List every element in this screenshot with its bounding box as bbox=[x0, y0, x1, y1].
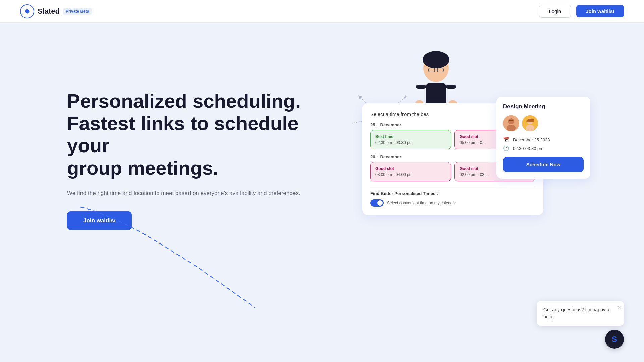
svg-point-2 bbox=[423, 51, 449, 68]
hero-section: Personalized scheduling. Fastest links t… bbox=[0, 23, 644, 324]
beta-badge: Private Beta bbox=[63, 8, 92, 15]
chat-brand-icon: S bbox=[612, 335, 617, 344]
chat-close-button[interactable]: × bbox=[618, 304, 621, 312]
schedule-now-button[interactable]: Schedule Now bbox=[503, 157, 584, 172]
svg-rect-7 bbox=[416, 85, 426, 89]
select-time-label: Select a time from the bes bbox=[370, 111, 429, 117]
find-better-section: Find Better Personalised Times : Select … bbox=[370, 186, 535, 207]
calendar-icon: 📅 bbox=[503, 137, 509, 143]
svg-marker-18 bbox=[403, 95, 407, 99]
join-waitlist-nav-button[interactable]: Join waitlist bbox=[576, 5, 624, 17]
chat-widget: × Got any questions? I'm happy to help. … bbox=[537, 301, 624, 349]
chat-bubble: × Got any questions? I'm happy to help. bbox=[537, 301, 624, 326]
join-waitlist-hero-button[interactable]: Join waitlist bbox=[67, 211, 132, 230]
navbar-right: Login Join waitlist bbox=[539, 5, 624, 18]
avatar-1 bbox=[503, 115, 519, 131]
meeting-date: December 25 2023 bbox=[513, 137, 550, 142]
find-better-title: Find Better Personalised Times : bbox=[370, 191, 535, 196]
hero-right: Select a time from the bes 25th December… bbox=[342, 50, 577, 251]
chat-icon-button[interactable]: S bbox=[605, 330, 624, 349]
hero-left: Personalized scheduling. Fastest links t… bbox=[67, 50, 302, 230]
svg-point-23 bbox=[507, 125, 516, 131]
hero-subtitle: We find the right time and location to m… bbox=[67, 189, 302, 198]
toggle-circle bbox=[377, 200, 383, 206]
time-slot-good-26a[interactable]: Good slot 03:00 pm - 04:00 pm bbox=[370, 162, 451, 181]
slot-time: 03:00 pm - 04:00 pm bbox=[375, 172, 446, 177]
brand-name: Slated bbox=[38, 7, 60, 16]
toggle-label: Select convenient time on my calendar bbox=[387, 201, 456, 205]
slot-time: 02:30 pm - 03:30 pm bbox=[375, 140, 446, 145]
svg-marker-17 bbox=[358, 95, 362, 99]
meeting-time-row: 🕐 02:30-03:30 pm bbox=[503, 145, 584, 152]
slot-label: Best time bbox=[375, 134, 446, 139]
chat-message: Got any questions? I'm happy to help. bbox=[543, 307, 610, 319]
toggle-row: Select convenient time on my calendar bbox=[370, 199, 535, 207]
svg-point-26 bbox=[526, 125, 534, 131]
meeting-date-row: 📅 December 25 2023 bbox=[503, 137, 584, 143]
logo-icon bbox=[20, 4, 34, 18]
time-slot-best-25[interactable]: Best time 02:30 pm - 03:30 pm bbox=[370, 130, 451, 149]
design-meeting-card: Design Meeting bbox=[496, 97, 590, 179]
avatars-row bbox=[503, 115, 584, 131]
meeting-time: 02:30-03:30 pm bbox=[513, 146, 543, 151]
navbar: Slated Private Beta Login Join waitlist bbox=[0, 0, 644, 23]
clock-icon: 🕐 bbox=[503, 145, 509, 152]
login-button[interactable]: Login bbox=[539, 5, 571, 18]
navbar-left: Slated Private Beta bbox=[20, 4, 92, 18]
personalised-times-toggle[interactable] bbox=[370, 199, 384, 207]
slot-label: Good slot bbox=[375, 166, 446, 171]
hero-title: Personalized scheduling. Fastest links t… bbox=[67, 90, 302, 179]
svg-rect-8 bbox=[446, 85, 456, 89]
design-meeting-title: Design Meeting bbox=[503, 103, 584, 110]
avatar-2 bbox=[522, 115, 538, 131]
